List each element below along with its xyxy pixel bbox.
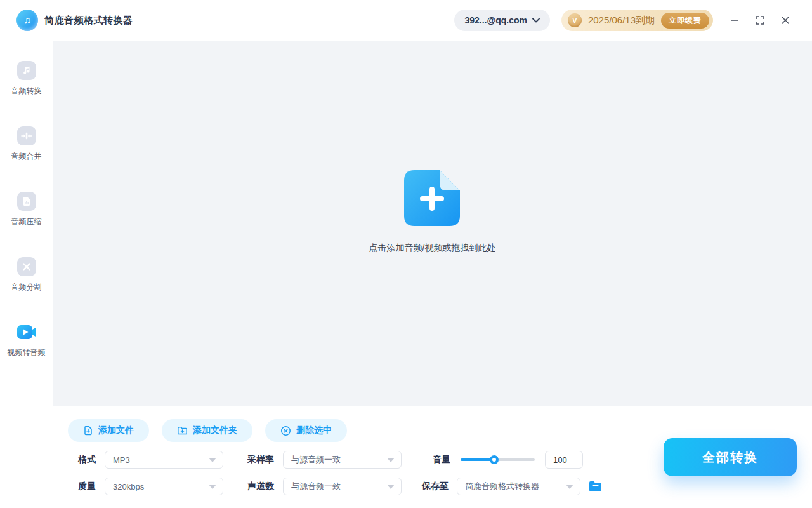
renew-button[interactable]: 立即续费 — [661, 13, 709, 29]
dropzone[interactable]: 点击添加音频/视频或拖拽到此处 — [369, 170, 496, 254]
dropzone-hint: 点击添加音频/视频或拖拽到此处 — [369, 243, 496, 254]
channels-label: 声道数 — [247, 481, 274, 492]
add-folder-button[interactable]: 添加文件夹 — [162, 419, 252, 442]
sidebar-item-audio-split[interactable]: 音频分割 — [11, 257, 42, 293]
circle-x-icon — [280, 425, 291, 436]
channels-select[interactable]: 与源音频一致 — [283, 478, 402, 495]
sample-rate-setting: 采样率 与源音频一致 — [247, 451, 402, 469]
sidebar-item-video-to-audio[interactable]: 视频转音频 — [8, 323, 46, 358]
maximize-icon — [755, 15, 765, 25]
file-list-area: 点击添加音频/视频或拖拽到此处 — [53, 41, 812, 406]
sidebar-item-label: 音频转换 — [11, 86, 42, 97]
save-to-label: 保存至 — [422, 481, 449, 492]
sidebar-item-label: 音频合并 — [11, 151, 42, 162]
delete-selected-label: 删除选中 — [296, 425, 332, 436]
folder-plus-icon — [177, 425, 188, 436]
title-bar: ♫ 简鹿音频格式转换器 392...@qq.com V 2025/06/13到期… — [0, 0, 812, 41]
volume-slider-thumb[interactable] — [490, 455, 499, 464]
sidebar-item-audio-convert[interactable]: 音频转换 — [11, 61, 42, 97]
compress-file-icon — [17, 192, 36, 211]
select-caret-icon — [209, 485, 216, 489]
select-caret-icon — [566, 485, 573, 489]
format-select[interactable]: MP3 — [105, 451, 223, 469]
vip-banner: V 2025/06/13到期 立即续费 — [561, 10, 713, 31]
select-caret-icon — [209, 458, 216, 462]
vip-expiry-date: 2025/06/13到期 — [588, 15, 655, 27]
quality-setting: 质量 320kbps — [78, 478, 223, 495]
app-logo-icon: ♫ — [16, 10, 38, 31]
format-label: 格式 — [78, 454, 96, 465]
add-file-button[interactable]: 添加文件 — [68, 419, 149, 442]
quality-value: 320kbps — [113, 482, 144, 491]
open-folder-icon — [589, 481, 603, 492]
add-file-drop-icon — [404, 170, 460, 226]
minimize-button[interactable] — [724, 10, 745, 30]
sidebar-item-label: 音频压缩 — [11, 217, 42, 227]
convert-all-button[interactable]: 全部转换 — [664, 438, 797, 476]
sidebar-item-label: 视频转音频 — [8, 347, 46, 358]
save-to-select[interactable]: 简鹿音频格式转换器 — [457, 478, 580, 495]
close-button[interactable] — [775, 10, 796, 30]
maximize-button[interactable] — [750, 10, 770, 30]
sidebar-item-label: 音频分割 — [11, 282, 42, 293]
window-controls — [724, 10, 796, 30]
account-email: 392...@qq.com — [464, 15, 527, 25]
chevron-down-icon — [532, 18, 540, 23]
quality-select[interactable]: 320kbps — [105, 478, 223, 495]
sidebar-item-audio-merge[interactable]: 音频合并 — [11, 126, 42, 162]
volume-setting: 音量 — [433, 451, 583, 469]
volume-label: 音量 — [433, 454, 450, 465]
add-file-label: 添加文件 — [98, 425, 134, 436]
account-dropdown[interactable]: 392...@qq.com — [454, 10, 549, 31]
open-folder-button[interactable] — [589, 481, 603, 492]
vip-icon: V — [568, 13, 582, 27]
volume-slider[interactable] — [461, 455, 535, 464]
format-value: MP3 — [113, 455, 130, 465]
bottom-panel: 添加文件 添加文件夹 删除选中 格式 MP3 采样率 与源音频一致 音量 — [53, 406, 812, 508]
video-camera-icon — [16, 323, 37, 342]
volume-input[interactable] — [545, 451, 583, 469]
select-caret-icon — [387, 458, 395, 462]
minimize-icon — [730, 15, 740, 25]
close-icon — [780, 15, 790, 25]
file-plus-icon — [83, 425, 93, 436]
quality-label: 质量 — [78, 481, 96, 492]
merge-icon — [17, 126, 36, 145]
channels-value: 与源音频一致 — [291, 481, 341, 492]
sample-rate-value: 与源音频一致 — [291, 454, 341, 465]
channels-setting: 声道数 与源音频一致 — [247, 478, 402, 495]
format-setting: 格式 MP3 — [78, 451, 223, 469]
scissors-icon — [17, 257, 36, 276]
save-to-value: 简鹿音频格式转换器 — [465, 481, 539, 492]
brand: ♫ 简鹿音频格式转换器 — [16, 10, 133, 31]
toolbar: 添加文件 添加文件夹 删除选中 — [68, 419, 347, 442]
sample-rate-label: 采样率 — [247, 454, 274, 465]
sample-rate-select[interactable]: 与源音频一致 — [283, 451, 402, 469]
select-caret-icon — [387, 485, 395, 489]
music-note-icon — [17, 61, 36, 80]
sidebar-item-audio-compress[interactable]: 音频压缩 — [11, 192, 42, 227]
volume-slider-fill — [461, 458, 494, 461]
delete-selected-button[interactable]: 删除选中 — [265, 419, 347, 442]
save-to-setting: 保存至 简鹿音频格式转换器 — [422, 478, 603, 495]
add-folder-label: 添加文件夹 — [193, 425, 237, 436]
sidebar: 音频转换 音频合并 音频压缩 音频分割 视频转音频 — [0, 41, 53, 508]
app-title: 简鹿音频格式转换器 — [44, 15, 133, 27]
